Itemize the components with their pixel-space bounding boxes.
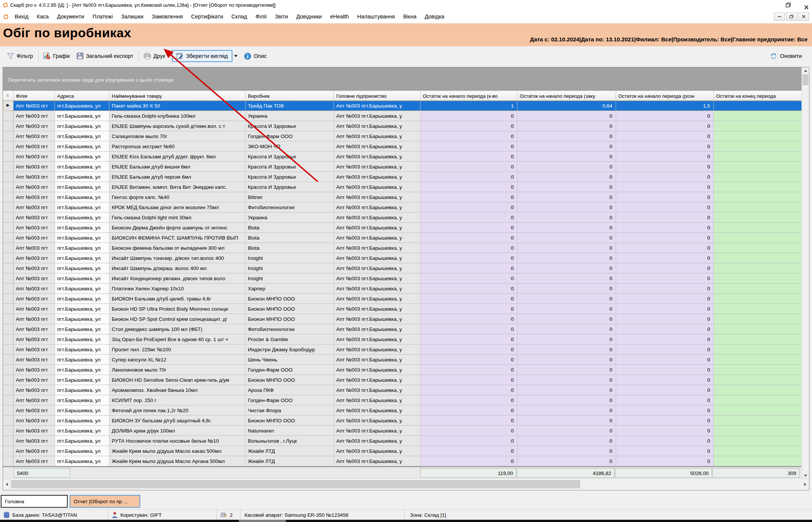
menu-item[interactable]: Залишки xyxy=(117,11,147,22)
table-row[interactable]: Апт №003 пгтпгт.Барышевка, улСтоп демоде… xyxy=(3,324,802,334)
database-icon xyxy=(4,512,9,518)
cell-balance-start-qty: 0 xyxy=(420,294,518,304)
menu-item[interactable]: Сертифікати xyxy=(187,11,227,22)
table-row[interactable]: ▶Апт №003 пгтпгт.Барышевка, улПакет майк… xyxy=(3,101,802,111)
table-row[interactable]: Апт №003 пгтпгт.Барышевка, улБИОКОН ЗУ б… xyxy=(3,416,802,426)
group-by-panel[interactable]: Перетягніть заголовок колонки сюди для у… xyxy=(3,67,809,91)
menu-item[interactable]: Замовлення xyxy=(147,11,187,22)
table-row[interactable]: Апт №003 пгтпгт.Барышевка, улБиокон HD S… xyxy=(3,314,802,324)
vertical-scroll-thumb[interactable] xyxy=(803,74,808,85)
table-row[interactable]: Апт №003 пгтпгт.Барышевка, улБиоксин Дер… xyxy=(3,223,802,233)
scroll-down-button[interactable] xyxy=(802,472,809,479)
description-button[interactable]: Опис xyxy=(241,50,270,62)
scroll-left-button[interactable] xyxy=(3,479,11,490)
column-header[interactable]: Найменування товару xyxy=(109,91,246,101)
print-button[interactable]: Друк xyxy=(140,50,168,62)
vertical-scrollbar[interactable] xyxy=(801,67,809,479)
table-row[interactable]: Апт №003 пгтпгт.Барышевка, улЛанолиновое… xyxy=(3,365,802,375)
table-row[interactable]: Апт №003 пгтпгт.Барышевка, улКРОК МЕД ба… xyxy=(3,202,802,212)
mdi-restore-button[interactable] xyxy=(786,12,797,21)
table-row[interactable]: Апт №003 пгтпгт.Барышевка, улГель-смазка… xyxy=(3,111,802,121)
row-indicator-cell xyxy=(3,385,14,395)
table-row[interactable]: Апт №003 пгтпгт.Барышевка, улИнсайт Конд… xyxy=(3,273,802,284)
column-header[interactable]: Остаток на начало периода (розн xyxy=(616,91,714,101)
menu-item[interactable]: Філії xyxy=(251,11,271,22)
cell-product: Салициловое мыло 70г xyxy=(109,131,246,141)
menu-item[interactable]: Платежі xyxy=(88,11,117,22)
table-row[interactable]: Апт №003 пгтпгт.Барышевка, улИнсайт Шамп… xyxy=(3,263,802,273)
chart-button[interactable]: Графік xyxy=(40,50,73,62)
table-row[interactable]: Апт №003 пгтпгт.Барышевка, улКСИЛИТ пор.… xyxy=(3,395,802,405)
table-row[interactable]: Апт №003 пгтпгт.Барышевка, улФиточай для… xyxy=(3,405,802,416)
save-view-dropdown-arrow[interactable] xyxy=(234,55,238,57)
table-row[interactable]: Апт №003 пгтпгт.Барышевка, улЗ/щ Орал-Би… xyxy=(3,334,802,344)
table-row[interactable]: Апт №003 пгтпгт.Барышевка, улЖиайя Крем … xyxy=(3,456,802,466)
cell-address: пгт.Барышевка, ул xyxy=(55,192,109,202)
cell-balance-start-purchase: 0 xyxy=(518,446,616,456)
menu-item[interactable]: Звіти xyxy=(271,11,292,22)
table-row[interactable]: Апт №003 пгтпгт.Барышевка, улГель-смазка… xyxy=(3,212,802,223)
column-header[interactable]: Філія xyxy=(14,91,55,101)
os-taskbar-strip xyxy=(0,520,812,522)
mdi-minimize-button[interactable] xyxy=(774,12,785,21)
scroll-up-button[interactable] xyxy=(802,67,809,74)
cell-product: БИОКОН ЗУ бальзам д/губ защитный 4,6г. xyxy=(109,416,246,426)
menu-item[interactable]: Вікна xyxy=(399,11,420,22)
save-view-button[interactable]: Зберегти вигляд xyxy=(172,50,232,62)
cell-balance-start-purchase: 0 xyxy=(518,405,616,416)
cell-balance-start-qty: 0 xyxy=(420,385,518,395)
refresh-button[interactable]: Оновити xyxy=(766,50,805,62)
menu-item[interactable]: Каса xyxy=(33,11,53,22)
table-row[interactable]: Апт №003 пгтпгт.Барышевка, улБИОКОН Баль… xyxy=(3,294,802,304)
table-row[interactable]: Апт №003 пгтпгт.Барышевка, улБиоксин фем… xyxy=(3,243,802,253)
cell-balance-start-retail: 0 xyxy=(616,172,714,182)
table-row[interactable]: Апт №003 пгтпгт.Барышевка, улАромакомпоз… xyxy=(3,385,802,395)
restore-button[interactable] xyxy=(786,3,791,8)
scroll-right-button[interactable] xyxy=(801,479,809,490)
table-row[interactable]: Апт №003 пгтпгт.Барышевка, улРасторопша … xyxy=(3,141,802,152)
table-row[interactable]: Апт №003 пгтпгт.Барышевка, улENJEE Бальз… xyxy=(3,162,802,172)
column-header[interactable]: Остаток на начало периода (к-во xyxy=(420,91,518,101)
tab-home[interactable]: Головна xyxy=(1,495,68,508)
table-row[interactable]: Апт №003 пгтпгт.Барышевка, улСупер капсу… xyxy=(3,355,802,365)
column-header[interactable]: Остаток на начало периода (заку xyxy=(518,91,616,101)
mdi-close-button[interactable] xyxy=(798,12,809,21)
tab-report[interactable]: Отчет [Оборот по пр ... xyxy=(70,495,140,508)
column-header[interactable]: Виробник xyxy=(246,91,334,101)
table-row[interactable]: Апт №003 пгтпгт.Барышевка, улСалициловое… xyxy=(3,131,802,141)
table-row[interactable]: Апт №003 пгтпгт.Барышевка, улРУТА Носови… xyxy=(3,436,802,446)
table-row[interactable]: Апт №003 пгтпгт.Барышевка, улENJEE Kiss … xyxy=(3,152,802,162)
table-row[interactable]: Апт №003 пгтпгт.Барышевка, улГентос форт… xyxy=(3,192,802,202)
table-row[interactable]: Апт №003 пгтпгт.Барышевка, улENJEE Бальз… xyxy=(3,172,802,182)
column-header[interactable]: Остаток на конец периода xyxy=(714,91,802,101)
table-row[interactable]: Апт №003 пгтпгт.Барышевка, улПлаточки Хе… xyxy=(3,284,802,294)
cell-balance-start-qty: 0 xyxy=(420,111,518,121)
table-row[interactable]: Апт №003 пгтпгт.Барышевка, улБИОКСИН ФЕМ… xyxy=(3,233,802,243)
cell-balance-end xyxy=(714,182,802,192)
menu-item[interactable]: Довідники xyxy=(292,11,326,22)
cell-product: Биокон HD SP Spot Control крем солнцезащ… xyxy=(109,314,246,324)
table-row[interactable]: Апт №003 пгтпгт.Барышевка, улЖиайя Крем … xyxy=(3,446,802,456)
cell-main-enterprise: Апт №003 пгт.Барышевка, у xyxy=(334,192,420,202)
table-row[interactable]: Апт №003 пгтпгт.Барышевка, улБИОКОН HD S… xyxy=(3,375,802,385)
table-row[interactable]: Апт №003 пгтпгт.Барышевка, улENJEE Витам… xyxy=(3,182,802,192)
cell-filia: Апт №003 пгт xyxy=(14,405,55,416)
table-row[interactable]: Апт №003 пгтпгт.Барышевка, улБиокон HD S… xyxy=(3,304,802,314)
menu-item[interactable]: eHealth xyxy=(326,11,353,22)
menu-item[interactable]: Налаштування xyxy=(353,11,399,22)
menu-item[interactable]: Довідка xyxy=(420,11,448,22)
menu-item[interactable]: Вихід xyxy=(11,11,33,22)
menu-bar: ВихідКасаДокументиПлатежіЗалишкиЗамовлен… xyxy=(0,10,812,23)
horizontal-scrollbar[interactable] xyxy=(3,478,809,490)
horizontal-scroll-thumb[interactable] xyxy=(11,480,580,488)
table-row[interactable]: Апт №003 пгтпгт.Барышевка, улENJEE Шампу… xyxy=(3,121,802,131)
table-row[interactable]: Апт №003 пгтпгт.Барышевка, улИнсайт Шамп… xyxy=(3,253,802,263)
column-header[interactable]: Адреса xyxy=(55,91,109,101)
menu-item[interactable]: Склад xyxy=(227,11,251,22)
export-button[interactable]: Загальний експорт xyxy=(73,50,137,62)
table-row[interactable]: Апт №003 пгтпгт.Барышевка, улПролит пил.… xyxy=(3,344,802,355)
table-row[interactable]: Апт №003 пгтпгт.Барышевка, улДОЛИВА крем… xyxy=(3,426,802,436)
filter-button[interactable]: Фільтр xyxy=(4,51,36,62)
column-header[interactable]: Головне підприємство xyxy=(334,91,420,101)
menu-item[interactable]: Документи xyxy=(53,11,88,22)
